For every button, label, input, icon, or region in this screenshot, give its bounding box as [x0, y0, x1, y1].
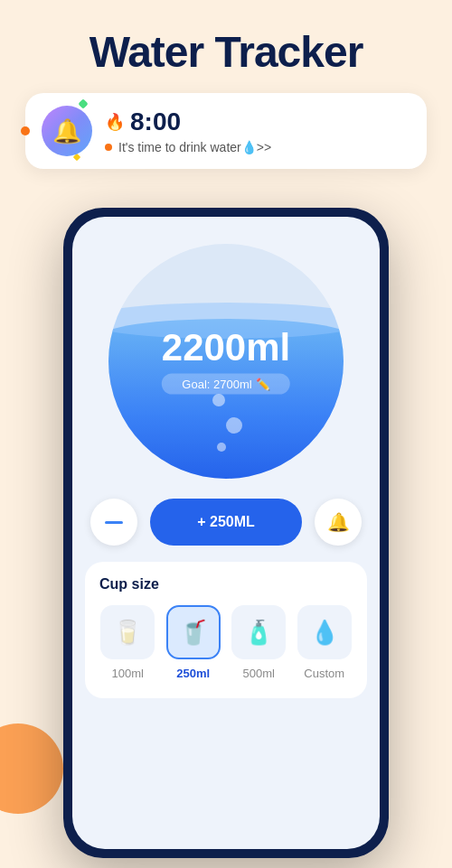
deco-orange-circle: [0, 723, 63, 814]
phone-mockup: 2200ml Goal: 2700ml ✏️ + 250ML 🔔: [63, 208, 389, 858]
notification-text: 🔥 8:00 It's time to drink water💧>>: [105, 107, 271, 154]
cup-bottle-icon: 🧴: [244, 619, 273, 647]
edit-goal-icon: ✏️: [256, 378, 270, 391]
cup-option-100ml[interactable]: 🥛 100ml: [99, 605, 156, 680]
bubble-2: [226, 417, 242, 434]
bell-icon: 🔔: [327, 511, 350, 533]
cup-size-section: Cup size 🥛 100ml 🥤 250ml: [85, 562, 367, 698]
bubble-1: [212, 394, 225, 406]
notification-avatar: [42, 106, 92, 156]
notification-time: 🔥 8:00: [105, 107, 271, 136]
green-sparkle-icon: [78, 98, 88, 108]
orange-dot-deco: [21, 126, 30, 135]
cup-custom-icon: 💧: [310, 619, 339, 647]
water-text: 2200ml Goal: 2700ml ✏️: [162, 329, 290, 395]
cup-icon-250ml: 🥤: [166, 605, 221, 659]
minus-button[interactable]: [90, 499, 137, 546]
water-amount: 2200ml: [162, 329, 290, 367]
cup-options: 🥛 100ml 🥤 250ml 🧴 500m: [99, 605, 353, 680]
minus-icon: [105, 521, 123, 524]
cup-icon-100ml: 🥛: [100, 605, 155, 659]
phone-screen: 2200ml Goal: 2700ml ✏️ + 250ML 🔔: [72, 217, 380, 849]
cup-option-500ml[interactable]: 🧴 500ml: [231, 605, 287, 680]
bubble-3: [217, 443, 226, 452]
cup-label-500ml: 500ml: [243, 667, 275, 680]
notification-card[interactable]: 🔥 8:00 It's time to drink water💧>>: [25, 93, 427, 169]
cup-mug-icon: 🥤: [179, 619, 208, 647]
cup-option-custom[interactable]: 💧 Custom: [297, 605, 353, 680]
page-title: Water Tracker: [0, 0, 452, 93]
cup-icon-500ml: 🧴: [231, 605, 286, 659]
cup-icon-custom: 💧: [297, 605, 352, 659]
orange-dot-icon: [105, 144, 112, 151]
bell-button[interactable]: 🔔: [315, 499, 362, 546]
cup-label-250ml: 250ml: [176, 667, 210, 680]
cup-label-custom: Custom: [304, 667, 344, 680]
add-water-button[interactable]: + 250ML: [150, 499, 302, 546]
phone-outer-frame: 2200ml Goal: 2700ml ✏️ + 250ML 🔔: [63, 208, 389, 858]
cup-size-title: Cup size: [99, 576, 353, 593]
cup-label-100ml: 100ml: [112, 667, 144, 680]
cup-option-250ml[interactable]: 🥤 250ml: [165, 605, 222, 680]
water-circle: 2200ml Goal: 2700ml ✏️: [108, 244, 344, 479]
cup-glass-icon: 🥛: [113, 619, 142, 647]
water-goal[interactable]: Goal: 2700ml ✏️: [162, 374, 290, 395]
control-row: + 250ML 🔔: [72, 499, 380, 546]
notification-message: It's time to drink water💧>>: [105, 140, 271, 154]
